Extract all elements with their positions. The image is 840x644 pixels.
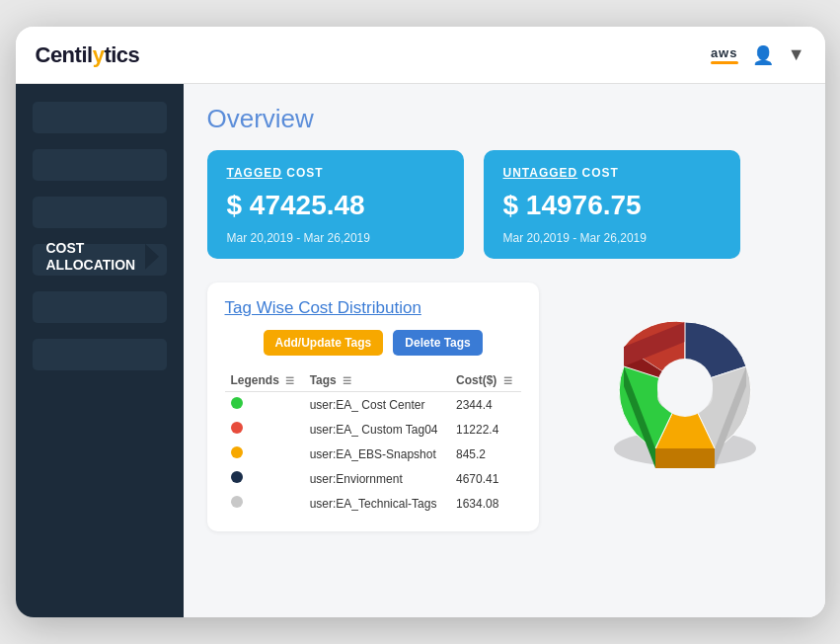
tag-cell: user:EA_EBS-Snapshot bbox=[304, 442, 450, 466]
tagged-cost-date: Mar 20,2019 - Mar 26,2019 bbox=[227, 231, 444, 245]
tag-cell: user:EA_ Cost Center bbox=[304, 392, 450, 418]
device-frame: Centilytics aws 👤 ▼ COST ALLO bbox=[16, 27, 825, 617]
col-legends: Legends ☰ bbox=[225, 369, 304, 392]
sidebar-item-1[interactable] bbox=[33, 102, 167, 133]
header-icons: aws 👤 ▼ bbox=[711, 44, 805, 66]
legends-filter-icon: ☰ bbox=[285, 375, 294, 386]
tag-cell: user:EA_ Custom Tag04 bbox=[304, 417, 450, 442]
add-update-tags-button[interactable]: Add/Update Tags bbox=[264, 330, 384, 356]
main-layout: COST ALLOCATION Overview TAGGED COST bbox=[16, 84, 825, 617]
tagged-cost-title: TAGGED COST bbox=[227, 166, 444, 180]
legend-dot bbox=[231, 397, 243, 409]
sidebar-item-3[interactable] bbox=[33, 197, 167, 228]
legend-cell bbox=[225, 392, 304, 418]
cost-cards: TAGGED COST $ 47425.48 Mar 20,2019 - Mar… bbox=[207, 150, 802, 259]
sidebar-item-6[interactable] bbox=[33, 339, 167, 370]
legend-dot bbox=[231, 422, 243, 434]
cost-cell: 4670.41 bbox=[450, 466, 521, 491]
distribution-section: Tag Wise Cost Distribution Add/Update Ta… bbox=[207, 282, 802, 531]
col-tags: Tags ☰ bbox=[304, 369, 450, 392]
legend-cell bbox=[225, 466, 304, 491]
cost-filter-icon: ☰ bbox=[503, 375, 512, 386]
legend-cell bbox=[225, 442, 304, 466]
legend-dot bbox=[231, 496, 243, 508]
logo-dot: y bbox=[93, 42, 105, 67]
tagged-cost-amount: $ 47425.48 bbox=[227, 190, 444, 221]
content-area: Overview TAGGED COST $ 47425.48 Mar 20,2… bbox=[184, 84, 825, 617]
cost-cell: 11222.4 bbox=[450, 417, 521, 442]
aws-underline bbox=[711, 61, 738, 64]
sidebar-arrow bbox=[145, 244, 159, 270]
svg-point-3 bbox=[657, 362, 713, 417]
legend-cell bbox=[225, 491, 304, 516]
distribution-table-card: Tag Wise Cost Distribution Add/Update Ta… bbox=[207, 282, 539, 531]
overview-title: Overview bbox=[207, 104, 802, 134]
sidebar: COST ALLOCATION bbox=[16, 84, 184, 617]
logo: Centilytics bbox=[36, 42, 140, 68]
filter-icon[interactable]: ▼ bbox=[788, 44, 805, 65]
sidebar-item-2[interactable] bbox=[33, 149, 167, 181]
table-row: user:Enviornment 4670.41 bbox=[225, 466, 521, 491]
sidebar-items: COST ALLOCATION bbox=[16, 94, 184, 378]
untagged-cost-card: UNTAGGED COST $ 14976.75 Mar 20,2019 - M… bbox=[484, 150, 740, 259]
table-row: user:EA_ Custom Tag04 11222.4 bbox=[225, 417, 521, 442]
legend-dot bbox=[231, 446, 243, 458]
tags-filter-icon: ☰ bbox=[343, 375, 351, 386]
legend-cell bbox=[225, 417, 304, 442]
cost-allocation-text: COST ALLOCATION bbox=[33, 240, 146, 274]
untagged-cost-date: Mar 20,2019 - Mar 26,2019 bbox=[503, 231, 721, 245]
tagged-cost-card: TAGGED COST $ 47425.48 Mar 20,2019 - Mar… bbox=[207, 150, 464, 259]
aws-label: aws bbox=[711, 45, 738, 60]
cost-cell: 2344.4 bbox=[450, 392, 521, 418]
tag-cell: user:Enviornment bbox=[304, 466, 450, 491]
user-icon[interactable]: 👤 bbox=[752, 44, 774, 66]
dist-title: Tag Wise Cost Distribution bbox=[225, 298, 521, 318]
aws-badge: aws bbox=[711, 45, 738, 64]
untagged-cost-amount: $ 14976.75 bbox=[503, 190, 721, 221]
delete-tags-button[interactable]: Delete Tags bbox=[393, 330, 482, 356]
cost-cell: 1634.08 bbox=[450, 491, 521, 516]
cost-allocation-label: COST ALLOCATION bbox=[33, 240, 146, 274]
table-row: user:EA_Technical-Tags 1634.08 bbox=[225, 491, 521, 516]
dist-buttons: Add/Update Tags Delete Tags bbox=[225, 330, 521, 356]
tag-cell: user:EA_Technical-Tags bbox=[304, 491, 450, 516]
distribution-table: Legends ☰ Tags ☰ Cost($) ☰ bbox=[225, 369, 521, 516]
header: Centilytics aws 👤 ▼ bbox=[16, 27, 825, 84]
sidebar-item-5[interactable] bbox=[33, 291, 167, 323]
untagged-cost-title: UNTAGGED COST bbox=[503, 166, 721, 180]
col-cost: Cost($) ☰ bbox=[450, 369, 521, 392]
table-row: user:EA_EBS-Snapshot 845.2 bbox=[225, 442, 521, 466]
pie-chart bbox=[586, 302, 774, 470]
cost-cell: 845.2 bbox=[450, 442, 521, 466]
sidebar-item-4[interactable]: COST ALLOCATION bbox=[33, 244, 167, 276]
pie-chart-area bbox=[559, 282, 802, 470]
legend-dot bbox=[231, 471, 243, 483]
table-row: user:EA_ Cost Center 2344.4 bbox=[225, 392, 521, 418]
